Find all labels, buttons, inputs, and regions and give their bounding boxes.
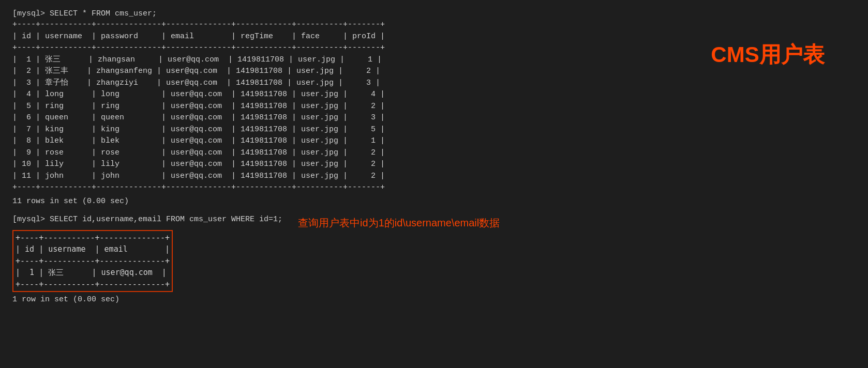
- query1-row-7: | 7 | king | king | user@qq.com | 141981…: [12, 124, 680, 136]
- query2-cmd-row: [mysql> SELECT id,username,email FROM cm…: [12, 215, 680, 230]
- query1-block: [mysql> SELECT * FROM cms_user; +----+--…: [12, 9, 680, 206]
- sidebar: CMS用户表: [680, 9, 856, 69]
- query1-row-2: | 2 | 张三丰 | zhangsanfeng | user@qq.com |…: [12, 66, 680, 78]
- query1-row-5: | 5 | ring | ring | user@qq.com | 141981…: [12, 101, 680, 113]
- query1-row-4: | 4 | long | long | user@qq.com | 141981…: [12, 89, 680, 101]
- query1-row-6: | 6 | queen | queen | user@qq.com | 1419…: [12, 112, 680, 124]
- query1-row-3: | 3 | 章子怡 | zhangziyi | user@qq.com | 14…: [12, 78, 680, 89]
- query2-block: [mysql> SELECT id,username,email FROM cm…: [12, 215, 680, 304]
- query1-row-1: | 1 | 张三 | zhangsan | user@qq.com | 1419…: [12, 54, 680, 66]
- query2-table-highlighted: +----+-----------+--------------+ | id |…: [12, 230, 173, 293]
- query1-result: 11 rows in set (0.00 sec): [12, 197, 680, 206]
- query2-annotation: 查询用户表中id为1的id\username\email数据: [298, 215, 500, 230]
- query1-header-sep: +----+-----------+--------------+-------…: [12, 42, 680, 54]
- query1-separator-bottom: +----+-----------+--------------+-------…: [12, 182, 680, 194]
- query1-row-11: | 11 | john | john | user@qq.com | 14198…: [12, 171, 680, 182]
- query1-row-8: | 8 | blek | blek | user@qq.com | 141981…: [12, 135, 680, 147]
- query1-header: | id | username | password | email | reg…: [12, 31, 680, 43]
- query1-command: [mysql> SELECT * FROM cms_user;: [12, 9, 680, 18]
- query2-result: 1 row in set (0.00 sec): [12, 295, 680, 304]
- query1-row-10: | 10 | lily | lily | user@qq.com | 14198…: [12, 159, 680, 171]
- query2-command: [mysql> SELECT id,username,email FROM cm…: [12, 215, 282, 224]
- cms-title: CMS用户表: [711, 40, 824, 69]
- terminal-content: [mysql> SELECT * FROM cms_user; +----+--…: [12, 9, 680, 313]
- query2-table-content: +----+-----------+--------------+ | id |…: [13, 231, 172, 292]
- query1-row-9: | 9 | rose | rose | user@qq.com | 141981…: [12, 147, 680, 159]
- query1-separator-top: +----+-----------+--------------+-------…: [12, 19, 680, 31]
